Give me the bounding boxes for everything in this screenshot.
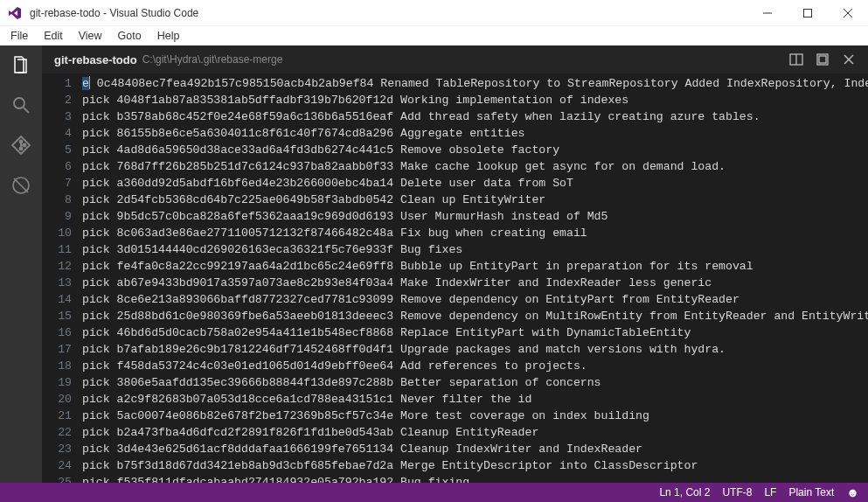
code-content[interactable]: e 0c48408ec7fea492b157c985150acb4b2ab9ef…	[82, 73, 868, 483]
window-title: git-rebase-todo - Visual Studio Code	[30, 7, 198, 19]
main-area: git-rebase-todo C:\git\Hydra\.git\rebase…	[0, 45, 868, 483]
status-language[interactable]: Plain Text	[788, 486, 834, 499]
window-controls	[747, 0, 868, 25]
svg-rect-16	[819, 56, 826, 63]
statusbar: Ln 1, Col 2 UTF-8 LF Plain Text ☻	[0, 483, 868, 502]
explorer-icon[interactable]	[9, 52, 33, 77]
status-position[interactable]: Ln 1, Col 2	[659, 486, 710, 499]
menu-view[interactable]: View	[72, 28, 109, 44]
split-editor-icon[interactable]	[789, 52, 803, 66]
svg-point-4	[14, 98, 24, 108]
more-actions-icon[interactable]	[816, 52, 830, 66]
svg-line-5	[24, 108, 29, 113]
vs-logo-icon	[7, 5, 23, 21]
close-editor-icon[interactable]	[842, 52, 856, 66]
menu-edit[interactable]: Edit	[37, 28, 70, 44]
debug-icon[interactable]	[9, 173, 33, 198]
editor-body[interactable]: 1234567891011121314151617181920212223242…	[42, 73, 868, 483]
maximize-button[interactable]	[788, 0, 828, 25]
svg-line-12	[14, 178, 28, 192]
tab-path: C:\git\Hydra\.git\rebase-merge	[142, 53, 283, 66]
menubar: File Edit View Goto Help	[0, 26, 868, 45]
titlebar: git-rebase-todo - Visual Studio Code	[0, 0, 868, 26]
status-encoding[interactable]: UTF-8	[722, 486, 752, 499]
gutter: 1234567891011121314151617181920212223242…	[42, 73, 82, 483]
search-icon[interactable]	[9, 93, 33, 117]
editor-tab-bar: git-rebase-todo C:\git\Hydra\.git\rebase…	[42, 45, 868, 73]
menu-goto[interactable]: Goto	[111, 28, 149, 44]
git-icon[interactable]	[9, 133, 33, 157]
menu-file[interactable]: File	[3, 28, 35, 44]
menu-help[interactable]: Help	[150, 28, 187, 44]
tab-title[interactable]: git-rebase-todo	[54, 53, 137, 66]
minimize-button[interactable]	[747, 0, 788, 25]
editor-group: git-rebase-todo C:\git\Hydra\.git\rebase…	[42, 45, 868, 483]
close-button[interactable]	[828, 0, 868, 25]
svg-rect-1	[804, 9, 812, 17]
feedback-icon[interactable]: ☻	[846, 485, 859, 499]
status-eol[interactable]: LF	[764, 486, 776, 499]
activity-bar	[0, 45, 42, 483]
